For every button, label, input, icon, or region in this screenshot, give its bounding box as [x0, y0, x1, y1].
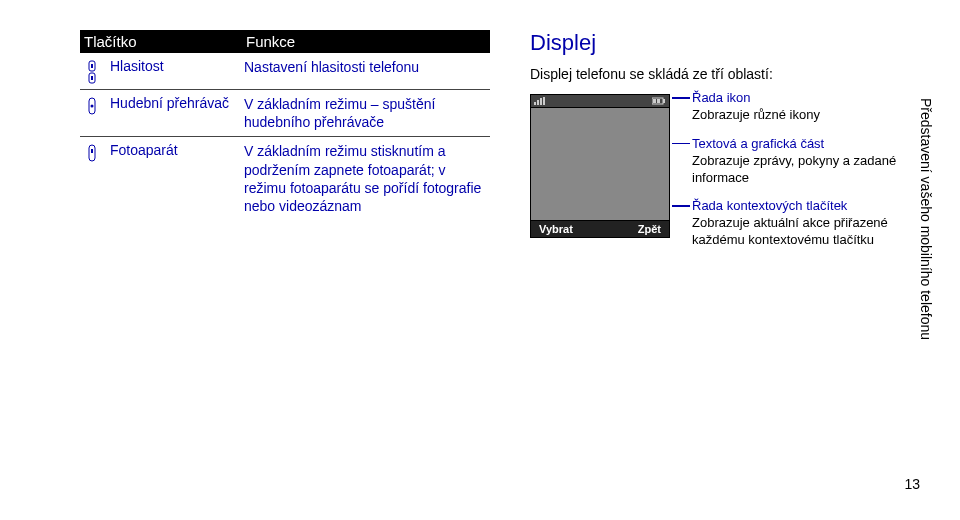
- table-row: Fotoaparát V základním režimu stisknutím…: [80, 137, 490, 220]
- anno-title: Textová a grafická část: [692, 136, 910, 153]
- svg-rect-8: [534, 102, 536, 105]
- svg-rect-14: [653, 99, 656, 103]
- anno-title: Řada kontextových tlačítek: [692, 198, 910, 215]
- svg-rect-10: [540, 98, 542, 105]
- row-label: Hlasitost: [104, 58, 240, 84]
- music-key-icon: [80, 95, 104, 131]
- svg-rect-3: [91, 76, 93, 80]
- svg-rect-7: [91, 149, 93, 153]
- anno-desc: Zobrazuje aktuální akce přiřazené každém…: [692, 215, 910, 249]
- svg-rect-2: [91, 64, 93, 68]
- row-desc: V základním režimu stisknutím a podržení…: [240, 142, 490, 215]
- camera-key-icon: [80, 142, 104, 215]
- header-function: Funkce: [240, 30, 490, 53]
- table-row: Hudební přehrávač V základním režimu – s…: [80, 90, 490, 137]
- row-desc: Nastavení hlasitosti telefonu: [240, 58, 490, 84]
- softkey-left: Vybrat: [539, 223, 573, 235]
- anno-desc: Zobrazuje různé ikony: [692, 107, 910, 124]
- annotation-softkeys-row: Řada kontextových tlačítek Zobrazuje akt…: [692, 198, 910, 249]
- svg-point-5: [91, 105, 94, 108]
- softkey-right: Zpět: [638, 223, 661, 235]
- annotation-icons-row: Řada ikon Zobrazuje různé ikony: [692, 90, 910, 124]
- row-label: Hudební přehrávač: [104, 95, 240, 131]
- table-row: Hlasitost Nastavení hlasitosti telefonu: [80, 53, 490, 90]
- svg-rect-9: [537, 100, 539, 105]
- page-number: 13: [904, 476, 920, 492]
- row-desc: V základním režimu – spuštění hudebního …: [240, 95, 490, 131]
- row-label: Fotoaparát: [104, 142, 240, 215]
- content-area: [530, 108, 670, 220]
- anno-desc: Zobrazuje zprávy, pokyny a zadané inform…: [692, 153, 910, 187]
- table-header: Tlačítko Funkce: [80, 30, 490, 53]
- status-bar: [530, 94, 670, 108]
- section-title: Displej: [530, 30, 910, 56]
- svg-rect-13: [663, 99, 665, 103]
- svg-rect-11: [543, 97, 545, 105]
- intro-text: Displej telefonu se skládá ze tří oblast…: [530, 66, 910, 82]
- anno-title: Řada ikon: [692, 90, 910, 107]
- battery-icon: [652, 97, 666, 105]
- signal-icon: [534, 97, 548, 105]
- side-tab-label: Představení vašeho mobilního telefonu: [918, 98, 934, 340]
- header-button: Tlačítko: [80, 30, 240, 53]
- annotation-text-area: Textová a grafická část Zobrazuje zprávy…: [692, 136, 910, 187]
- phone-display-mock: Vybrat Zpět: [530, 94, 670, 261]
- svg-rect-15: [657, 99, 660, 103]
- softkey-bar: Vybrat Zpět: [530, 220, 670, 238]
- volume-key-icon: [80, 58, 104, 84]
